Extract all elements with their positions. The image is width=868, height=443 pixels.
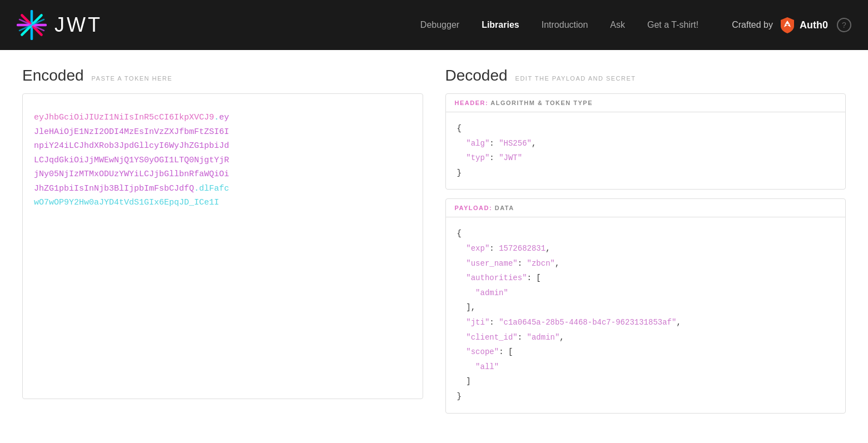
decoded-title: Decoded EDIT THE PAYLOAD AND SECRET — [445, 67, 846, 84]
payload-section-body[interactable]: { "exp": 1572682831, "user_name": "zbcn"… — [446, 217, 846, 412]
header-sublabel: ALGORITHM & TOKEN TYPE — [490, 99, 593, 106]
token-display: eyJhbGciOiJIUzI1NiIsInR5cCI6IkpXVCJ9.ey … — [34, 111, 411, 210]
decoded-subtitle: EDIT THE PAYLOAD AND SECRET — [515, 75, 636, 82]
payload-section-title: PAYLOAD: DATA — [446, 199, 846, 217]
payload-sublabel: DATA — [495, 205, 514, 211]
payload-label: PAYLOAD: — [455, 205, 493, 211]
crafted-by: Crafted by Auth0 ? — [732, 16, 851, 34]
header-section-title: HEADER: ALGORITHM & TOKEN TYPE — [446, 94, 846, 112]
encoded-panel: Encoded PASTE A TOKEN HERE eyJhbGciOiJIU… — [22, 67, 440, 426]
encoded-subtitle: PASTE A TOKEN HERE — [92, 75, 173, 82]
auth0-logo-icon — [778, 16, 796, 34]
encoded-box[interactable]: eyJhbGciOiJIUzI1NiIsInR5cCI6IkpXVCJ9.ey … — [22, 93, 423, 399]
jwt-logo-icon — [17, 10, 47, 40]
auth0-label: Auth0 — [800, 19, 828, 31]
decoded-panel: Decoded EDIT THE PAYLOAD AND SECRET HEAD… — [440, 67, 846, 426]
crafted-by-label: Crafted by — [732, 20, 773, 30]
payload-section: PAYLOAD: DATA { "exp": 1572682831, "user… — [445, 198, 846, 413]
nav-item-libraries[interactable]: Libraries — [482, 20, 519, 30]
nav-links: Debugger Libraries Introduction Ask Get … — [420, 20, 698, 30]
navbar: JWT Debugger Libraries Introduction Ask … — [0, 0, 868, 50]
header-section: HEADER: ALGORITHM & TOKEN TYPE { "alg": … — [445, 93, 846, 190]
auth0-badge[interactable]: Auth0 — [778, 16, 828, 34]
nav-item-debugger[interactable]: Debugger — [420, 20, 459, 30]
main-content: Encoded PASTE A TOKEN HERE eyJhbGciOiJIU… — [0, 50, 868, 443]
nav-item-tshirt[interactable]: Get a T-shirt! — [647, 20, 698, 30]
nav-item-ask[interactable]: Ask — [610, 20, 625, 30]
nav-item-introduction[interactable]: Introduction — [542, 20, 588, 30]
header-label: HEADER: — [455, 99, 489, 106]
logo-text: JWT — [54, 13, 102, 37]
header-section-body[interactable]: { "alg": "HS256", "typ": "JWT" } — [446, 112, 846, 189]
logo[interactable]: JWT — [17, 10, 102, 40]
help-icon[interactable]: ? — [837, 18, 851, 32]
encoded-title: Encoded PASTE A TOKEN HERE — [22, 67, 423, 84]
